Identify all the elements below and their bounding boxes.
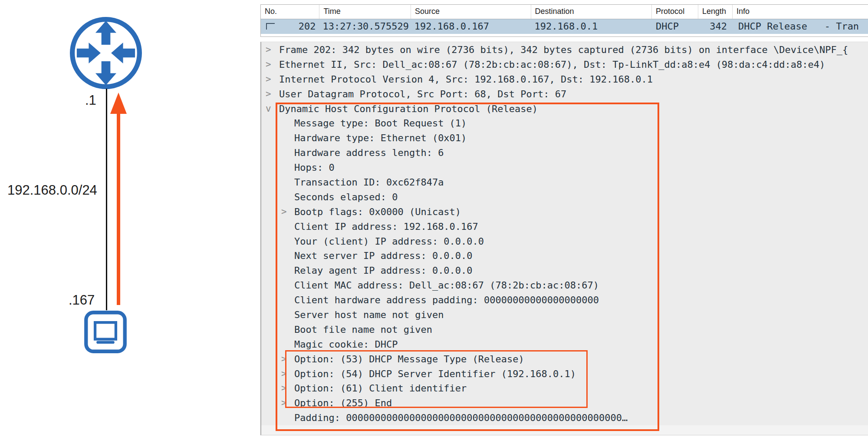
detail-row-text: Next server IP address: 0.0.0.0 <box>294 249 868 263</box>
detail-row[interactable]: >Option: (54) DHCP Server Identifier (19… <box>261 367 868 381</box>
detail-row[interactable]: >Frame 202: 342 bytes on wire (2736 bits… <box>261 43 868 57</box>
detail-row[interactable]: Hardware type: Ethernet (0x01) <box>261 131 868 146</box>
detail-row-text: Message type: Boot Request (1) <box>294 116 868 131</box>
packet-detail-pane: >Frame 202: 342 bytes on wire (2736 bits… <box>260 42 868 435</box>
selected-packet-row[interactable]: 20213:27:30.575529192.168.0.167192.168.0… <box>261 19 868 34</box>
detail-row-text: Option: (53) DHCP Message Type (Release) <box>294 352 868 367</box>
host-computer-icon <box>83 309 128 355</box>
column-header-destination[interactable]: Destination <box>531 5 652 19</box>
chevron-right-icon[interactable]: > <box>281 352 287 367</box>
chevron-right-icon[interactable]: > <box>266 57 271 72</box>
detail-row[interactable]: vDynamic Host Configuration Protocol (Re… <box>261 102 868 116</box>
detail-row-text: Seconds elapsed: 0 <box>294 190 868 205</box>
detail-row-text: Ethernet II, Src: Dell_ac:08:67 (78:2b:c… <box>279 57 868 72</box>
detail-row[interactable]: >Option: (53) DHCP Message Type (Release… <box>261 352 868 367</box>
detail-row[interactable]: Boot file name not given <box>261 322 868 337</box>
detail-row-text: Hardware type: Ethernet (0x01) <box>294 131 868 146</box>
detail-row[interactable]: Message type: Boot Request (1) <box>261 116 868 131</box>
column-header-info[interactable]: Info <box>733 5 868 19</box>
detail-row-text: Server host name not given <box>294 308 868 322</box>
detail-row[interactable]: >Option: (255) End <box>261 396 868 411</box>
detail-row-text: Your (client) IP address: 0.0.0.0 <box>294 234 868 249</box>
column-header-length[interactable]: Length <box>698 5 733 19</box>
detail-row-text: Relay agent IP address: 0.0.0.0 <box>294 263 868 278</box>
detail-row-text: Option: (61) Client identifier <box>294 381 868 396</box>
detail-row[interactable]: Next server IP address: 0.0.0.0 <box>261 249 868 263</box>
detail-row-text: Client IP address: 192.168.0.167 <box>294 219 868 234</box>
detail-row-text: Internet Protocol Version 4, Src: 192.16… <box>279 72 868 87</box>
detail-row[interactable]: Client hardware address padding: 0000000… <box>261 293 868 308</box>
detail-row-text: User Datagram Protocol, Src Port: 68, Ds… <box>279 87 868 102</box>
packet-cell-info: DHCP Release - Tran <box>733 20 868 34</box>
packet-flow-arrow-shaft <box>117 113 120 305</box>
column-header-no[interactable]: No. <box>261 5 319 19</box>
chevron-down-icon[interactable]: v <box>266 102 271 116</box>
detail-row[interactable]: Client MAC address: Dell_ac:08:67 (78:2b… <box>261 278 868 293</box>
network-subnet-label: 192.168.0.0/24 <box>7 182 97 198</box>
detail-row[interactable]: >Ethernet II, Src: Dell_ac:08:67 (78:2b:… <box>261 57 868 72</box>
detail-row-text: Padding: 0000000000000000000000000000000… <box>294 411 868 425</box>
chevron-right-icon[interactable]: > <box>281 205 287 219</box>
packet-list-panel: No.TimeSourceDestinationProtocolLengthIn… <box>260 4 868 37</box>
detail-row[interactable]: Your (client) IP address: 0.0.0.0 <box>261 234 868 249</box>
detail-row[interactable]: Padding: 0000000000000000000000000000000… <box>261 411 868 425</box>
column-header-time[interactable]: Time <box>319 5 411 19</box>
packet-flow-arrow-head <box>110 93 127 114</box>
detail-row-text: Option: (54) DHCP Server Identifier (192… <box>294 367 868 381</box>
chevron-right-icon[interactable]: > <box>266 72 271 87</box>
chevron-right-icon[interactable]: > <box>281 367 287 381</box>
detail-row[interactable]: >Option: (61) Client identifier <box>261 381 868 396</box>
detail-row[interactable]: >User Datagram Protocol, Src Port: 68, D… <box>261 87 868 102</box>
network-link-line <box>106 89 107 310</box>
chevron-right-icon[interactable]: > <box>281 381 287 396</box>
packet-cell-length: 342 <box>698 20 733 34</box>
chevron-right-icon[interactable]: > <box>266 43 271 57</box>
packet-cell-time: 13:27:30.575529 <box>319 20 411 34</box>
detail-row[interactable]: >Bootp flags: 0x0000 (Unicast) <box>261 205 868 219</box>
packet-cell-destination: 192.168.0.1 <box>531 20 652 34</box>
detail-row[interactable]: Relay agent IP address: 0.0.0.0 <box>261 263 868 278</box>
detail-row[interactable]: Magic cookie: DHCP <box>261 337 868 352</box>
detail-row-text: Frame 202: 342 bytes on wire (2736 bits)… <box>279 43 868 57</box>
detail-row-text: Hops: 0 <box>294 160 868 175</box>
screenshot-root: .1 192.168.0.0/24 .167 No.TimeSourceDest… <box>0 0 868 441</box>
detail-row[interactable]: Client IP address: 192.168.0.167 <box>261 219 868 234</box>
detail-row[interactable]: Server host name not given <box>261 308 868 322</box>
detail-row[interactable]: Seconds elapsed: 0 <box>261 190 868 205</box>
conversation-start-icon <box>266 23 275 30</box>
packet-cell-protocol: DHCP <box>652 20 698 34</box>
detail-row-text: Dynamic Host Configuration Protocol (Rel… <box>279 102 868 116</box>
chevron-right-icon[interactable]: > <box>266 87 271 102</box>
router-icon <box>69 16 143 90</box>
packet-cell-source: 192.168.0.167 <box>411 20 531 34</box>
detail-row-text: Client MAC address: Dell_ac:08:67 (78:2b… <box>294 278 868 293</box>
column-header-protocol[interactable]: Protocol <box>652 5 698 19</box>
detail-row-text: Transaction ID: 0xc62f847a <box>294 175 868 190</box>
host-interface-label: .167 <box>69 292 95 308</box>
detail-row-text: Magic cookie: DHCP <box>294 337 868 352</box>
packet-list-header: No.TimeSourceDestinationProtocolLengthIn… <box>261 5 868 19</box>
router-interface-label: .1 <box>85 93 96 108</box>
detail-row-text: Option: (255) End <box>294 396 868 411</box>
detail-row[interactable]: Transaction ID: 0xc62f847a <box>261 175 868 190</box>
column-header-source[interactable]: Source <box>411 5 531 19</box>
detail-row[interactable]: Hardware address length: 6 <box>261 146 868 160</box>
detail-row-text: Client hardware address padding: 0000000… <box>294 293 868 308</box>
chevron-right-icon[interactable]: > <box>281 396 287 411</box>
detail-row-text: Hardware address length: 6 <box>294 146 868 160</box>
detail-row[interactable]: >Internet Protocol Version 4, Src: 192.1… <box>261 72 868 87</box>
detail-row-text: Bootp flags: 0x0000 (Unicast) <box>294 205 868 219</box>
detail-row[interactable]: Hops: 0 <box>261 160 868 175</box>
detail-row-text: Boot file name not given <box>294 322 868 337</box>
